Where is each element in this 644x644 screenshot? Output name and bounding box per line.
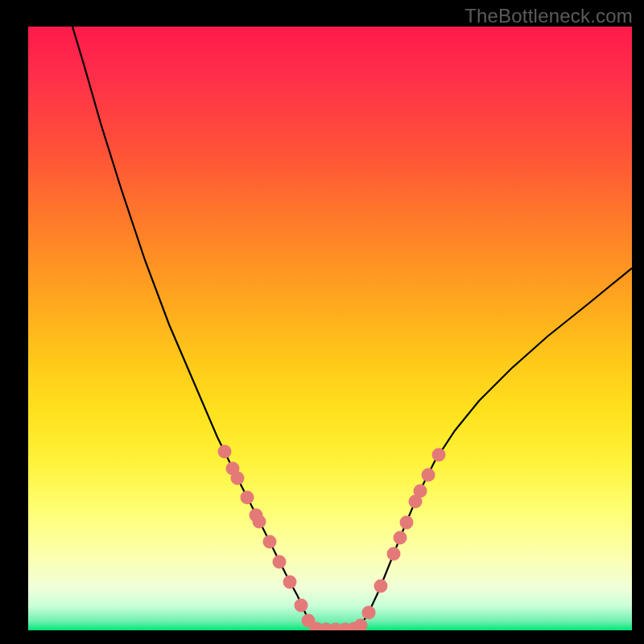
- data-marker: [218, 445, 232, 459]
- curve-right-branch: [354, 268, 632, 630]
- data-marker: [422, 469, 436, 482]
- data-marker: [414, 485, 427, 498]
- data-marker: [241, 491, 254, 505]
- data-marker: [387, 547, 401, 561]
- chart-frame: { "watermark": "TheBottleneck.com", "col…: [0, 0, 644, 644]
- curve-left-branch: [72, 27, 316, 630]
- data-marker: [432, 448, 446, 462]
- data-marker: [283, 576, 297, 589]
- curve-layer: [28, 27, 632, 630]
- data-marker: [354, 619, 368, 631]
- data-marker: [295, 599, 308, 613]
- data-marker: [273, 555, 287, 569]
- data-marker: [374, 580, 388, 593]
- data-marker: [263, 535, 277, 549]
- plot-area: [28, 27, 632, 630]
- data-marker: [253, 515, 266, 529]
- marker-group: [218, 445, 446, 631]
- data-marker: [400, 516, 414, 530]
- watermark-text: TheBottleneck.com: [464, 5, 633, 27]
- data-marker: [231, 472, 245, 485]
- data-marker: [362, 606, 376, 620]
- data-marker: [394, 531, 407, 545]
